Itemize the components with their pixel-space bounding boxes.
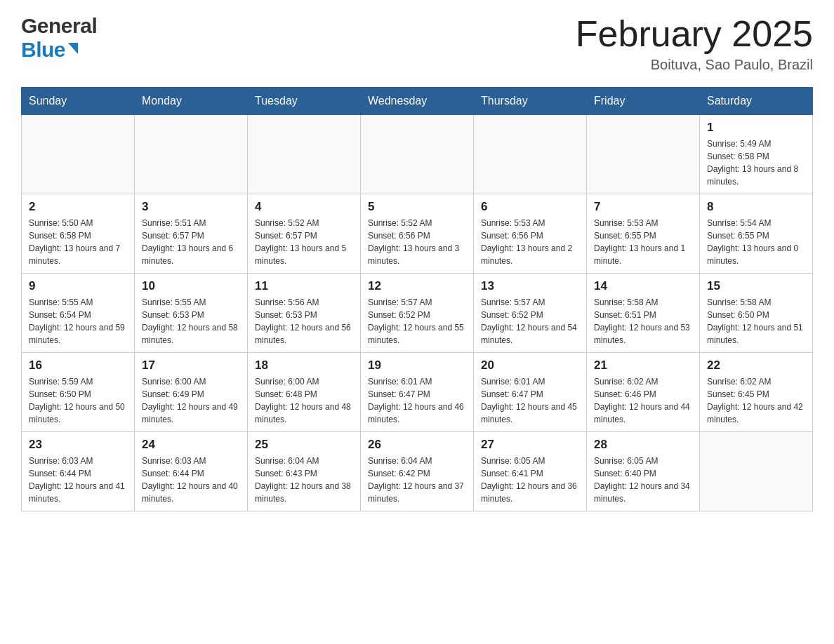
location-label: Boituva, Sao Paulo, Brazil: [576, 57, 813, 73]
title-area: February 2025 Boituva, Sao Paulo, Brazil: [576, 14, 813, 73]
weekday-header: Monday: [135, 88, 248, 115]
calendar-week-row: 2Sunrise: 5:50 AM Sunset: 6:58 PM Daylig…: [22, 194, 813, 274]
day-info: Sunrise: 5:53 AM Sunset: 6:56 PM Dayligh…: [481, 217, 579, 267]
calendar-body: 1Sunrise: 5:49 AM Sunset: 6:58 PM Daylig…: [22, 115, 813, 511]
day-info: Sunrise: 6:05 AM Sunset: 6:40 PM Dayligh…: [594, 455, 692, 505]
weekday-header: Sunday: [22, 88, 135, 115]
day-number: 26: [368, 438, 466, 452]
weekday-header: Saturday: [700, 88, 813, 115]
day-number: 9: [29, 279, 127, 293]
day-info: Sunrise: 5:49 AM Sunset: 6:58 PM Dayligh…: [707, 137, 805, 188]
calendar-cell: 7Sunrise: 5:53 AM Sunset: 6:55 PM Daylig…: [587, 194, 700, 274]
day-number: 13: [481, 279, 579, 293]
calendar-cell: 14Sunrise: 5:58 AM Sunset: 6:51 PM Dayli…: [587, 274, 700, 353]
day-info: Sunrise: 6:04 AM Sunset: 6:43 PM Dayligh…: [255, 455, 353, 505]
day-number: 4: [255, 200, 353, 214]
day-number: 10: [142, 279, 240, 293]
calendar-cell: 28Sunrise: 6:05 AM Sunset: 6:40 PM Dayli…: [587, 432, 700, 511]
calendar-cell: 1Sunrise: 5:49 AM Sunset: 6:58 PM Daylig…: [700, 115, 813, 194]
calendar-cell: 18Sunrise: 6:00 AM Sunset: 6:48 PM Dayli…: [248, 353, 361, 432]
day-info: Sunrise: 5:58 AM Sunset: 6:51 PM Dayligh…: [594, 296, 692, 347]
weekday-header: Thursday: [474, 88, 587, 115]
day-number: 2: [29, 200, 127, 214]
day-number: 18: [255, 358, 353, 373]
day-info: Sunrise: 6:02 AM Sunset: 6:45 PM Dayligh…: [707, 375, 805, 426]
calendar-cell: 4Sunrise: 5:52 AM Sunset: 6:57 PM Daylig…: [248, 194, 361, 274]
day-info: Sunrise: 6:04 AM Sunset: 6:42 PM Dayligh…: [368, 455, 466, 505]
day-number: 16: [29, 358, 127, 373]
calendar-cell: 21Sunrise: 6:02 AM Sunset: 6:46 PM Dayli…: [587, 353, 700, 432]
day-info: Sunrise: 6:01 AM Sunset: 6:47 PM Dayligh…: [368, 375, 466, 426]
day-number: 24: [142, 438, 240, 452]
day-info: Sunrise: 5:56 AM Sunset: 6:53 PM Dayligh…: [255, 296, 353, 347]
calendar-cell: 20Sunrise: 6:01 AM Sunset: 6:47 PM Dayli…: [474, 353, 587, 432]
calendar-cell: 13Sunrise: 5:57 AM Sunset: 6:52 PM Dayli…: [474, 274, 587, 353]
calendar-cell: 5Sunrise: 5:52 AM Sunset: 6:56 PM Daylig…: [361, 194, 474, 274]
day-number: 19: [368, 358, 466, 373]
calendar-cell: 11Sunrise: 5:56 AM Sunset: 6:53 PM Dayli…: [248, 274, 361, 353]
calendar-cell: 15Sunrise: 5:58 AM Sunset: 6:50 PM Dayli…: [700, 274, 813, 353]
day-number: 15: [707, 279, 805, 293]
day-number: 8: [707, 200, 805, 214]
logo-blue-text: Blue: [21, 38, 65, 62]
calendar-header: SundayMondayTuesdayWednesdayThursdayFrid…: [22, 88, 813, 115]
calendar-cell: 24Sunrise: 6:03 AM Sunset: 6:44 PM Dayli…: [135, 432, 248, 511]
calendar-cell: [22, 115, 135, 194]
calendar-cell: 27Sunrise: 6:05 AM Sunset: 6:41 PM Dayli…: [474, 432, 587, 511]
day-number: 20: [481, 358, 579, 373]
day-info: Sunrise: 6:03 AM Sunset: 6:44 PM Dayligh…: [29, 455, 127, 505]
day-info: Sunrise: 5:52 AM Sunset: 6:57 PM Dayligh…: [255, 217, 353, 267]
calendar-cell: 8Sunrise: 5:54 AM Sunset: 6:55 PM Daylig…: [700, 194, 813, 274]
calendar-cell: 26Sunrise: 6:04 AM Sunset: 6:42 PM Dayli…: [361, 432, 474, 511]
day-info: Sunrise: 6:00 AM Sunset: 6:49 PM Dayligh…: [142, 375, 240, 426]
weekday-header: Tuesday: [248, 88, 361, 115]
calendar-cell: [587, 115, 700, 194]
weekday-row: SundayMondayTuesdayWednesdayThursdayFrid…: [22, 88, 813, 115]
day-number: 25: [255, 438, 353, 452]
day-info: Sunrise: 5:59 AM Sunset: 6:50 PM Dayligh…: [29, 375, 127, 426]
calendar-cell: [361, 115, 474, 194]
calendar-cell: 17Sunrise: 6:00 AM Sunset: 6:49 PM Dayli…: [135, 353, 248, 432]
day-info: Sunrise: 5:58 AM Sunset: 6:50 PM Dayligh…: [707, 296, 805, 347]
day-info: Sunrise: 6:02 AM Sunset: 6:46 PM Dayligh…: [594, 375, 692, 426]
logo-general-text: General: [21, 14, 97, 38]
weekday-header: Friday: [587, 88, 700, 115]
calendar-cell: 22Sunrise: 6:02 AM Sunset: 6:45 PM Dayli…: [700, 353, 813, 432]
calendar-week-row: 9Sunrise: 5:55 AM Sunset: 6:54 PM Daylig…: [22, 274, 813, 353]
calendar-cell: [700, 432, 813, 511]
day-info: Sunrise: 5:52 AM Sunset: 6:56 PM Dayligh…: [368, 217, 466, 267]
day-number: 1: [707, 121, 805, 135]
calendar-cell: 19Sunrise: 6:01 AM Sunset: 6:47 PM Dayli…: [361, 353, 474, 432]
day-info: Sunrise: 5:50 AM Sunset: 6:58 PM Dayligh…: [29, 217, 127, 267]
logo: General Blue: [21, 14, 97, 62]
calendar-table: SundayMondayTuesdayWednesdayThursdayFrid…: [21, 87, 813, 511]
day-number: 3: [142, 200, 240, 214]
day-number: 5: [368, 200, 466, 214]
month-title: February 2025: [576, 14, 813, 54]
day-number: 11: [255, 279, 353, 293]
day-info: Sunrise: 5:53 AM Sunset: 6:55 PM Dayligh…: [594, 217, 692, 267]
calendar-cell: [248, 115, 361, 194]
day-number: 28: [594, 438, 692, 452]
day-info: Sunrise: 6:01 AM Sunset: 6:47 PM Dayligh…: [481, 375, 579, 426]
logo-triangle-icon: [68, 43, 78, 54]
weekday-header: Wednesday: [361, 88, 474, 115]
day-info: Sunrise: 5:55 AM Sunset: 6:53 PM Dayligh…: [142, 296, 240, 347]
day-info: Sunrise: 6:03 AM Sunset: 6:44 PM Dayligh…: [142, 455, 240, 505]
calendar-cell: [135, 115, 248, 194]
calendar-cell: 9Sunrise: 5:55 AM Sunset: 6:54 PM Daylig…: [22, 274, 135, 353]
calendar-week-row: 16Sunrise: 5:59 AM Sunset: 6:50 PM Dayli…: [22, 353, 813, 432]
day-info: Sunrise: 6:00 AM Sunset: 6:48 PM Dayligh…: [255, 375, 353, 426]
calendar-cell: 10Sunrise: 5:55 AM Sunset: 6:53 PM Dayli…: [135, 274, 248, 353]
page-header: General Blue February 2025 Boituva, Sao …: [21, 14, 813, 73]
calendar-cell: [474, 115, 587, 194]
calendar-cell: 3Sunrise: 5:51 AM Sunset: 6:57 PM Daylig…: [135, 194, 248, 274]
day-info: Sunrise: 5:51 AM Sunset: 6:57 PM Dayligh…: [142, 217, 240, 267]
day-number: 14: [594, 279, 692, 293]
day-number: 12: [368, 279, 466, 293]
day-number: 7: [594, 200, 692, 214]
day-info: Sunrise: 5:57 AM Sunset: 6:52 PM Dayligh…: [481, 296, 579, 347]
calendar-cell: 16Sunrise: 5:59 AM Sunset: 6:50 PM Dayli…: [22, 353, 135, 432]
day-number: 17: [142, 358, 240, 373]
calendar-cell: 2Sunrise: 5:50 AM Sunset: 6:58 PM Daylig…: [22, 194, 135, 274]
